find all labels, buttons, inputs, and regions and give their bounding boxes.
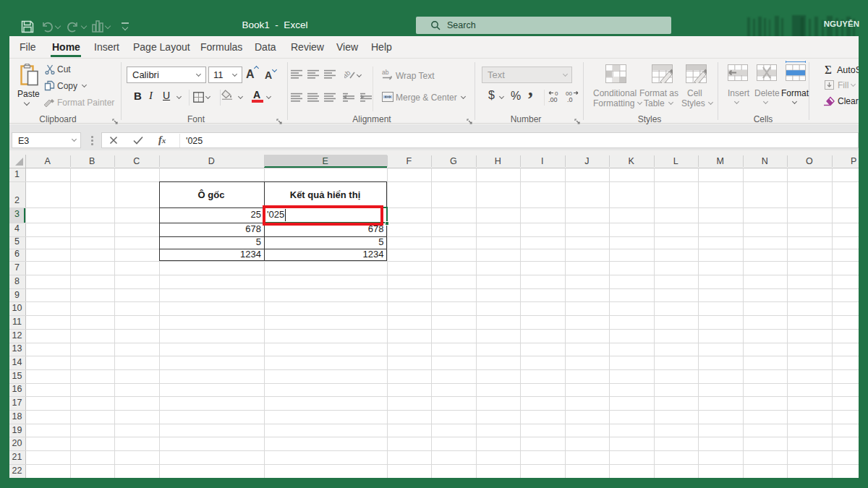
- svg-text:.00: .00: [548, 96, 558, 103]
- svg-text:ab: ab: [382, 69, 389, 76]
- svg-text:ab: ab: [344, 69, 352, 80]
- svg-text:.0: .0: [567, 96, 573, 103]
